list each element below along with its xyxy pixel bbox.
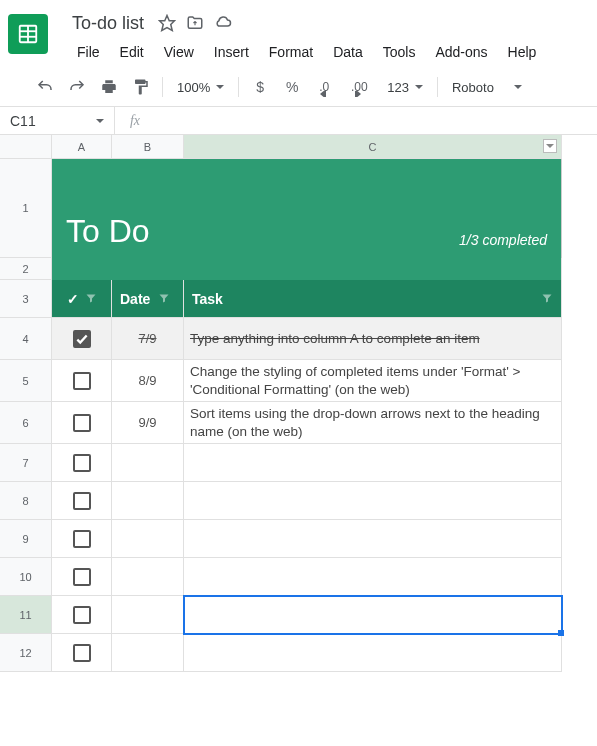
checkbox[interactable] [73,606,91,624]
row-header-1[interactable]: 1 [0,159,52,258]
cell-c4[interactable]: Type anything into column A to complete … [184,318,562,360]
row-header-7[interactable]: 7 [0,444,52,482]
checkbox[interactable] [73,372,91,390]
cell-c11[interactable] [184,596,562,634]
menu-help[interactable]: Help [499,40,546,64]
checkbox[interactable] [73,492,91,510]
numfmt-value: 123 [387,80,409,95]
cell-b4[interactable]: 7/9 [112,318,184,360]
row-header-4[interactable]: 4 [0,318,52,360]
column-filter-dropdown[interactable] [543,139,557,153]
chevron-down-icon [415,85,423,89]
menu-addons[interactable]: Add-ons [426,40,496,64]
cell-a6[interactable] [52,402,112,444]
row-header-6[interactable]: 6 [0,402,52,444]
menu-insert[interactable]: Insert [205,40,258,64]
cell-a5[interactable] [52,360,112,402]
row-header-2[interactable]: 2 [0,258,52,280]
date-value: 7/9 [118,331,177,346]
cell-a11[interactable] [52,596,112,634]
doc-title[interactable]: To-do list [68,13,148,34]
date-value: 8/9 [118,373,177,388]
banner-title-cell[interactable]: To Do [52,159,184,258]
formula-input[interactable] [155,107,597,134]
cell-b10[interactable] [112,558,184,596]
cell-a7[interactable] [52,444,112,482]
row-header-9[interactable]: 9 [0,520,52,558]
cell-b8[interactable] [112,482,184,520]
checkbox[interactable] [73,530,91,548]
name-box[interactable]: C11 [0,107,115,134]
column-header-a[interactable]: A [52,135,112,159]
cell-b11[interactable] [112,596,184,634]
filter-icon[interactable] [158,291,170,307]
redo-button[interactable] [62,74,92,100]
number-format-select[interactable]: 123 [379,80,431,95]
row-header-5[interactable]: 5 [0,360,52,402]
cell-c12[interactable] [184,634,562,672]
chevron-down-icon [514,85,522,89]
zoom-value: 100% [177,80,210,95]
column-header-b[interactable]: B [112,135,184,159]
percent-button[interactable]: % [277,74,307,100]
decrease-decimal-button[interactable]: .0 [309,74,339,100]
sheets-app-icon[interactable] [8,14,48,54]
cell-b7[interactable] [112,444,184,482]
checkbox[interactable] [73,330,91,348]
cell-b9[interactable] [112,520,184,558]
row-header-11[interactable]: 11 [0,596,52,634]
column-header-c[interactable]: C [184,135,562,159]
zoom-select[interactable]: 100% [169,80,232,95]
font-select[interactable]: Roboto [444,80,530,95]
cell-c8[interactable] [184,482,562,520]
filter-icon[interactable] [85,291,97,307]
cell-a12[interactable] [52,634,112,672]
checkbox[interactable] [73,414,91,432]
cell-c10[interactable] [184,558,562,596]
row-header-10[interactable]: 10 [0,558,52,596]
header-date-cell[interactable]: Date [112,280,184,318]
menu-tools[interactable]: Tools [374,40,425,64]
cell-c9[interactable] [184,520,562,558]
cell-b5[interactable]: 8/9 [112,360,184,402]
row-header-3[interactable]: 3 [0,280,52,318]
cell-c5[interactable]: Change the styling of completed items un… [184,360,562,402]
cell-b6[interactable]: 9/9 [112,402,184,444]
cell-a4[interactable] [52,318,112,360]
row-header-12[interactable]: 12 [0,634,52,672]
move-folder-icon[interactable] [186,14,204,32]
checkbox[interactable] [73,568,91,586]
row-header-8[interactable]: 8 [0,482,52,520]
filter-icon[interactable] [541,291,553,307]
cloud-status-icon[interactable] [214,14,232,32]
currency-button[interactable]: $ [245,74,275,100]
header-check: ✓ [67,291,79,307]
cell-a8[interactable] [52,482,112,520]
banner-spacer[interactable] [52,258,562,280]
paint-format-button[interactable] [126,74,156,100]
increase-decimal-button[interactable]: .00 [341,74,377,100]
menu-view[interactable]: View [155,40,203,64]
menu-file[interactable]: File [68,40,109,64]
header-check-cell[interactable]: ✓ [52,280,112,318]
header-task-cell[interactable]: Task [184,280,562,318]
cell-b12[interactable] [112,634,184,672]
banner-status-cell[interactable]: 1/3 completed [184,159,562,258]
cell-a9[interactable] [52,520,112,558]
menu-edit[interactable]: Edit [111,40,153,64]
fx-icon: fx [115,113,155,129]
undo-button[interactable] [30,74,60,100]
checkbox[interactable] [73,644,91,662]
cell-c6[interactable]: Sort items using the drop-down arrows ne… [184,402,562,444]
chevron-down-icon [216,85,224,89]
select-all-corner[interactable] [0,135,52,159]
spreadsheet-grid: A B C 1 To Do 1/3 completed 2 3 ✓ Date T… [0,135,597,672]
star-icon[interactable] [158,14,176,32]
print-button[interactable] [94,74,124,100]
cell-a10[interactable] [52,558,112,596]
col-label: C [369,141,377,153]
checkbox[interactable] [73,454,91,472]
menu-format[interactable]: Format [260,40,322,64]
cell-c7[interactable] [184,444,562,482]
menu-data[interactable]: Data [324,40,372,64]
